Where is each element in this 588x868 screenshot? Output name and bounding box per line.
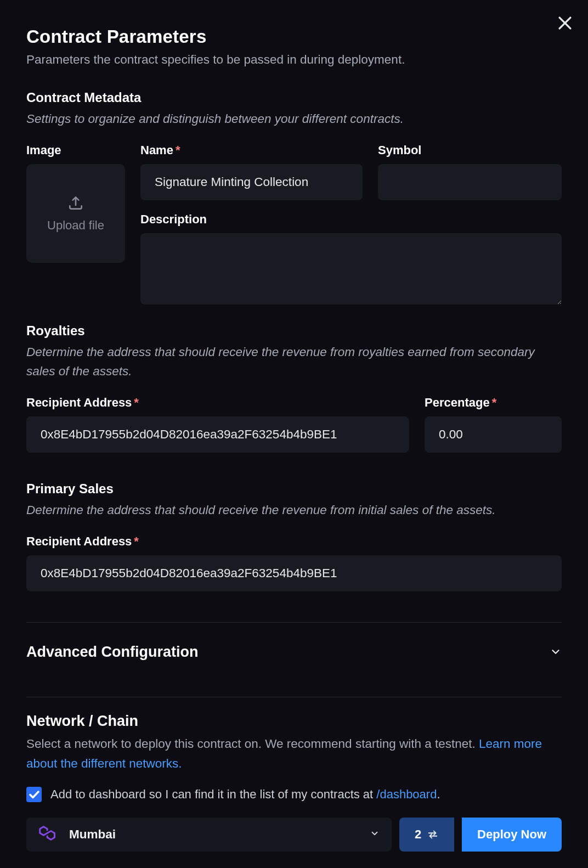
- divider: [26, 622, 562, 623]
- close-icon: [556, 14, 574, 32]
- royalty-percentage-input[interactable]: [425, 416, 588, 453]
- primary-address-input[interactable]: [26, 555, 562, 591]
- name-label: Name*: [140, 143, 363, 157]
- royalty-address-label: Recipient Address*: [26, 396, 409, 410]
- divider: [26, 697, 562, 697]
- description-input[interactable]: [140, 233, 562, 305]
- network-name: Mumbai: [69, 827, 358, 842]
- dashboard-link[interactable]: /dashboard: [376, 787, 437, 801]
- network-desc: Select a network to deploy this contract…: [26, 734, 562, 774]
- transaction-count-button[interactable]: 2: [399, 818, 454, 852]
- network-select[interactable]: Mumbai: [26, 818, 392, 852]
- tx-count: 2: [415, 827, 421, 842]
- page-title: Contract Parameters: [26, 26, 562, 47]
- advanced-config-toggle[interactable]: Advanced Configuration: [26, 638, 562, 666]
- swap-icon: [427, 828, 439, 841]
- network-heading: Network / Chain: [26, 713, 562, 730]
- chevron-down-icon: [550, 646, 562, 658]
- add-dashboard-label: Add to dashboard so I can find it in the…: [50, 787, 440, 802]
- primary-sales-desc: Determine the address that should receiv…: [26, 501, 562, 520]
- metadata-desc: Settings to organize and distinguish bet…: [26, 110, 562, 129]
- name-input[interactable]: [140, 164, 363, 200]
- upload-icon: [67, 194, 84, 212]
- royalty-percentage-label: Percentage*: [425, 396, 562, 410]
- symbol-input[interactable]: [378, 164, 562, 200]
- image-label: Image: [26, 143, 125, 157]
- polygon-icon: [38, 824, 57, 845]
- royalties-desc: Determine the address that should receiv…: [26, 343, 562, 381]
- advanced-heading: Advanced Configuration: [26, 644, 199, 661]
- primary-address-label: Recipient Address*: [26, 534, 562, 549]
- check-icon: [27, 788, 41, 801]
- deploy-button[interactable]: Deploy Now: [462, 818, 562, 852]
- royalties-heading: Royalties: [26, 323, 562, 339]
- close-button[interactable]: [556, 14, 574, 35]
- royalty-address-input[interactable]: [26, 416, 409, 453]
- page-subtitle: Parameters the contract specifies to be …: [26, 53, 562, 67]
- add-dashboard-checkbox[interactable]: [26, 787, 42, 802]
- description-label: Description: [140, 212, 562, 227]
- metadata-heading: Contract Metadata: [26, 90, 562, 105]
- symbol-label: Symbol: [378, 143, 562, 157]
- primary-sales-heading: Primary Sales: [26, 481, 562, 497]
- image-upload[interactable]: Upload file: [26, 164, 125, 263]
- chevron-down-icon: [370, 828, 380, 841]
- upload-text: Upload file: [47, 218, 104, 233]
